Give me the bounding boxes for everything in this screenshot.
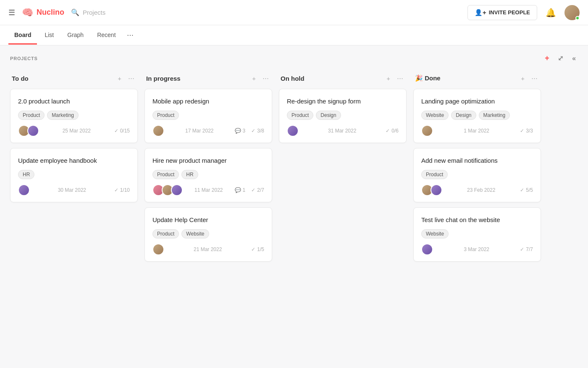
card-avatars <box>421 125 433 137</box>
card-card-1[interactable]: 2.0 product launch ProductMarketing 25 M… <box>10 89 138 143</box>
card-avatars <box>18 125 39 137</box>
column-add-icon-in-progress[interactable]: + <box>250 73 257 84</box>
card-meta-item: ✓ 1/10 <box>114 187 130 193</box>
card-avatars <box>152 244 164 255</box>
add-board-icon[interactable]: + <box>543 52 551 64</box>
column-menu-icon-in-progress[interactable]: ⋯ <box>261 73 270 84</box>
card-avatar <box>421 244 433 255</box>
card-footer: 11 Mar 2022 💬 1 ✓ 2/7 <box>152 184 264 196</box>
meta-text: 0/6 <box>391 128 399 134</box>
column-emoji: 🎉 <box>415 74 425 82</box>
meta-icon: ✓ <box>114 128 118 134</box>
column-title-todo: To do <box>12 75 113 82</box>
card-avatar <box>152 244 164 255</box>
tag: HR <box>18 170 34 179</box>
tag: Product <box>287 111 313 120</box>
card-card-8[interactable]: Add new email notifications Product 23 F… <box>413 148 541 202</box>
card-date: 17 Mar 2022 <box>185 128 213 134</box>
meta-text: 5/5 <box>526 187 533 193</box>
tag: HR <box>181 170 198 179</box>
card-card-2[interactable]: Update employee handbook HR 30 Mar 2022 … <box>10 148 138 202</box>
card-avatar <box>152 125 164 137</box>
card-avatars <box>152 125 164 137</box>
hamburger-menu-icon[interactable]: ☰ <box>8 8 15 17</box>
card-card-3[interactable]: Mobile app redesign Product 17 Mar 2022 … <box>144 89 272 143</box>
column-header-done: 🎉 Done + ⋯ <box>413 69 541 89</box>
app-header: ☰ 🧠 Nuclino 🔍 Projects 👤+ INVITE PEOPLE … <box>0 0 588 25</box>
column-header-on-hold: On hold + ⋯ <box>279 69 407 89</box>
header-right: 👤+ INVITE PEOPLE 🔔 <box>467 5 580 20</box>
logo[interactable]: 🧠 Nuclino <box>22 7 64 18</box>
column-menu-icon-todo[interactable]: ⋯ <box>126 73 136 84</box>
card-title: 2.0 product launch <box>18 97 130 106</box>
card-meta-item: ✓ 3/8 <box>251 128 264 134</box>
card-avatars <box>421 184 442 196</box>
meta-text: 1/5 <box>257 246 264 252</box>
card-meta: ✓ 3/3 <box>520 128 533 134</box>
notification-bell-icon[interactable]: 🔔 <box>546 8 556 18</box>
meta-text: 3 <box>243 128 246 134</box>
column-title-in-progress: In progress <box>146 75 247 82</box>
card-date: 25 Mar 2022 <box>63 128 91 134</box>
meta-text: 1/10 <box>120 187 130 193</box>
column-add-icon-todo[interactable]: + <box>116 73 123 84</box>
tag: Website <box>181 229 209 238</box>
tab-recent[interactable]: Recent <box>91 26 121 45</box>
column-header-in-progress: In progress + ⋯ <box>144 69 272 89</box>
card-footer: 21 Mar 2022 ✓ 1/5 <box>152 244 264 255</box>
user-avatar[interactable] <box>564 5 580 20</box>
card-title: Add new email notifications <box>421 156 533 165</box>
card-card-6[interactable]: Re-design the signup form ProductDesign … <box>279 89 407 143</box>
meta-icon: ✓ <box>386 128 390 134</box>
card-avatars <box>421 244 433 255</box>
card-title: Hire new product manager <box>152 156 264 165</box>
card-footer: 30 Mar 2022 ✓ 1/10 <box>18 184 130 196</box>
card-title: Update employee handbook <box>18 156 130 165</box>
card-avatars <box>152 184 183 196</box>
column-todo: To do + ⋯ 2.0 product launch ProductMark… <box>7 69 141 267</box>
tag: Design <box>316 111 341 120</box>
tab-board[interactable]: Board <box>8 26 37 45</box>
card-meta-item: ✓ 3/3 <box>520 128 533 134</box>
card-tags: WebsiteDesignMarketing <box>421 111 533 120</box>
card-card-5[interactable]: Update Help Center ProductWebsite 21 Mar… <box>144 207 272 262</box>
card-meta-item: ✓ 0/6 <box>386 128 399 134</box>
column-header-todo: To do + ⋯ <box>10 69 138 89</box>
card-date: 31 Mar 2022 <box>328 128 356 134</box>
card-footer: 3 Mar 2022 ✓ 7/7 <box>421 244 533 255</box>
card-card-4[interactable]: Hire new product manager ProductHR 11 Ma… <box>144 148 272 202</box>
tag: Product <box>152 111 179 120</box>
card-title: Landing page optimization <box>421 97 533 106</box>
meta-icon: ✓ <box>520 246 524 252</box>
card-meta-item: 💬 3 <box>235 128 246 134</box>
invite-people-button[interactable]: 👤+ INVITE PEOPLE <box>467 5 537 20</box>
column-add-icon-done[interactable]: + <box>519 73 526 84</box>
card-card-7[interactable]: Landing page optimization WebsiteDesignM… <box>413 89 541 143</box>
card-date: 30 Mar 2022 <box>58 187 86 193</box>
card-meta: 💬 1 ✓ 2/7 <box>235 187 264 193</box>
card-footer: 1 Mar 2022 ✓ 3/3 <box>421 125 533 137</box>
column-menu-icon-done[interactable]: ⋯ <box>530 73 539 84</box>
card-title: Mobile app redesign <box>152 97 264 106</box>
search-area[interactable]: 🔍 Projects <box>71 8 105 16</box>
column-add-icon-on-hold[interactable]: + <box>385 73 392 84</box>
meta-text: 1 <box>243 187 246 193</box>
tab-list[interactable]: List <box>39 26 60 45</box>
meta-icon: ✓ <box>520 128 524 134</box>
collapse-icon[interactable]: « <box>570 53 578 64</box>
card-tags: Product <box>152 111 264 120</box>
tab-more-icon[interactable]: ⋯ <box>123 26 137 44</box>
card-date: 11 Mar 2022 <box>194 187 223 193</box>
column-menu-icon-on-hold[interactable]: ⋯ <box>395 73 405 84</box>
card-tags: ProductHR <box>152 170 264 179</box>
column-done: 🎉 Done + ⋯ Landing page optimization Web… <box>410 69 544 267</box>
board-section-header: PROJECTS + ⤢ « <box>0 45 588 69</box>
tab-graph[interactable]: Graph <box>61 26 89 45</box>
section-label: PROJECTS <box>10 56 543 61</box>
expand-icon[interactable]: ⤢ <box>556 53 565 64</box>
card-tags: ProductWebsite <box>152 229 264 238</box>
card-title: Re-design the signup form <box>287 97 399 106</box>
card-tags: Product <box>421 170 533 179</box>
card-card-9[interactable]: Test live chat on the website Website 3 … <box>413 207 541 262</box>
tag: Product <box>421 170 448 179</box>
